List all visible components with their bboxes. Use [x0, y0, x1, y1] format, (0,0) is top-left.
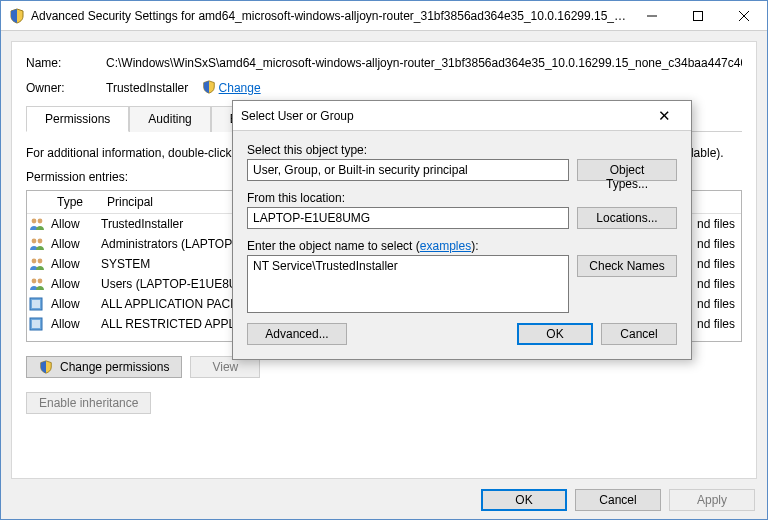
locations-button[interactable]: Locations... — [577, 207, 677, 229]
owner-text: TrustedInstaller — [106, 81, 188, 95]
name-label: Name: — [26, 56, 106, 70]
enable-inheritance-button: Enable inheritance — [26, 392, 151, 414]
row-type: Allow — [51, 317, 101, 331]
row-type: Allow — [51, 237, 101, 251]
ok-button[interactable]: OK — [481, 489, 567, 511]
window-title: Advanced Security Settings for amd64_mic… — [31, 9, 629, 23]
svg-point-2 — [38, 219, 43, 224]
cancel-button[interactable]: Cancel — [575, 489, 661, 511]
enter-name-label: Enter the object name to select (example… — [247, 239, 677, 253]
svg-rect-0 — [694, 11, 703, 20]
tab-permissions[interactable]: Permissions — [26, 106, 129, 132]
row-type: Allow — [51, 297, 101, 311]
location-input[interactable] — [247, 207, 569, 229]
object-types-button[interactable]: Object Types... — [577, 159, 677, 181]
enter-name-text: Enter the object name to select — [247, 239, 412, 253]
svg-point-3 — [32, 239, 37, 244]
shield-icon — [39, 360, 53, 374]
check-names-button[interactable]: Check Names — [577, 255, 677, 277]
people-icon — [29, 217, 51, 231]
row-type: Allow — [51, 217, 101, 231]
package-icon — [29, 297, 51, 311]
svg-point-1 — [32, 219, 37, 224]
row-type: Allow — [51, 277, 101, 291]
window-controls — [629, 1, 767, 31]
examples-link[interactable]: examples — [420, 239, 471, 253]
people-icon — [29, 237, 51, 251]
owner-value: TrustedInstaller Change — [106, 80, 742, 95]
object-name-input[interactable] — [247, 255, 569, 313]
row-applies: nd files — [686, 217, 741, 231]
location-label: From this location: — [247, 191, 677, 205]
dialog-titlebar: Select User or Group ✕ — [233, 101, 691, 131]
row-applies: nd files — [686, 277, 741, 291]
titlebar: Advanced Security Settings for amd64_mic… — [1, 1, 767, 31]
dialog-close-button[interactable]: ✕ — [645, 107, 683, 125]
svg-point-5 — [32, 259, 37, 264]
row-applies: nd files — [686, 237, 741, 251]
row-type: Allow — [51, 257, 101, 271]
package-icon — [29, 317, 51, 331]
col-type[interactable]: Type — [51, 191, 101, 213]
svg-point-8 — [38, 279, 43, 284]
change-permissions-button[interactable]: Change permissions — [26, 356, 182, 378]
svg-rect-12 — [32, 320, 40, 328]
advanced-button[interactable]: Advanced... — [247, 323, 347, 345]
object-type-input[interactable] — [247, 159, 569, 181]
svg-point-4 — [38, 239, 43, 244]
dialog-title: Select User or Group — [241, 109, 645, 123]
security-icon — [9, 8, 25, 24]
svg-rect-10 — [32, 300, 40, 308]
row-applies: nd files — [686, 257, 741, 271]
row-applies: nd files — [686, 297, 741, 311]
minimize-button[interactable] — [629, 1, 675, 31]
maximize-button[interactable] — [675, 1, 721, 31]
dialog-ok-button[interactable]: OK — [517, 323, 593, 345]
change-owner-link[interactable]: Change — [219, 81, 261, 95]
svg-point-6 — [38, 259, 43, 264]
close-button[interactable] — [721, 1, 767, 31]
row-applies: nd files — [686, 317, 741, 331]
change-permissions-label: Change permissions — [60, 360, 169, 374]
name-value: C:\Windows\WinSxS\amd64_microsoft-window… — [106, 56, 742, 70]
object-type-label: Select this object type: — [247, 143, 677, 157]
people-icon — [29, 257, 51, 271]
window-footer: OK Cancel Apply — [481, 489, 755, 511]
svg-point-7 — [32, 279, 37, 284]
people-icon — [29, 277, 51, 291]
select-user-dialog: Select User or Group ✕ Select this objec… — [232, 100, 692, 360]
apply-button: Apply — [669, 489, 755, 511]
tab-auditing[interactable]: Auditing — [129, 106, 210, 132]
dialog-cancel-button[interactable]: Cancel — [601, 323, 677, 345]
owner-label: Owner: — [26, 81, 106, 95]
shield-icon — [202, 80, 216, 94]
